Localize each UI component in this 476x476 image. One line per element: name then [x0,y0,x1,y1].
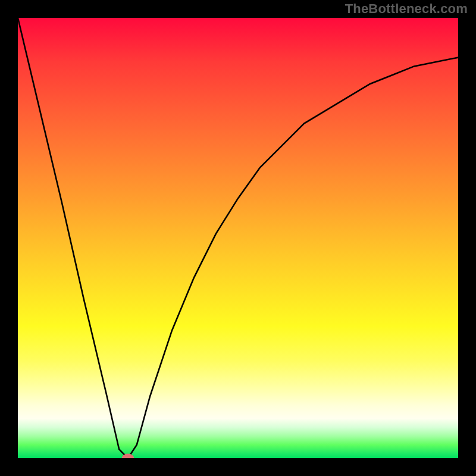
optimal-point-marker [122,454,134,458]
watermark-label: TheBottleneck.com [345,1,468,17]
marker-layer [18,18,458,458]
chart-container: TheBottleneck.com [0,0,476,476]
